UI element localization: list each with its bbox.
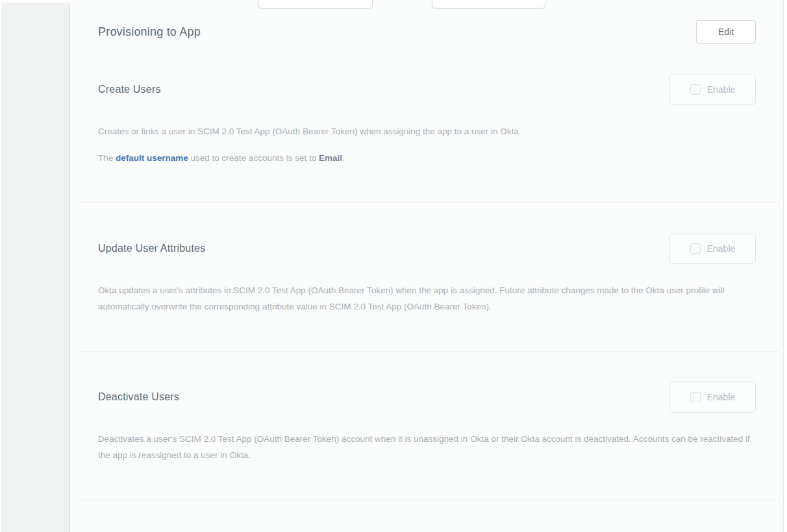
section-divider xyxy=(80,351,779,352)
content-area: Provisioning to App Edit Create Users En… xyxy=(70,19,783,500)
deactivate-users-heading: Deactivate Users xyxy=(98,391,179,403)
username-line-suffix: . xyxy=(342,153,345,163)
username-line-middle: used to create accounts is set to xyxy=(188,153,319,163)
deactivate-users-description: Deactivates a user's SCIM 2.0 Test App (… xyxy=(98,431,756,463)
create-users-enable-label: Enable xyxy=(707,84,736,95)
section-divider xyxy=(80,202,779,203)
deactivate-users-enable-button[interactable]: Enable xyxy=(669,381,756,413)
edit-button[interactable]: Edit xyxy=(696,20,756,43)
username-line-prefix: The xyxy=(98,153,116,163)
create-users-username-line: The default username used to create acco… xyxy=(98,150,756,166)
deactivate-users-enable-checkbox[interactable] xyxy=(690,392,701,402)
cut-off-button-left[interactable] xyxy=(258,0,373,8)
username-value: Email xyxy=(319,153,342,163)
cut-off-button-right[interactable] xyxy=(432,0,545,8)
section-deactivate-users-row: Deactivate Users Enable xyxy=(98,381,756,413)
update-attributes-enable-checkbox[interactable] xyxy=(690,243,701,254)
page-title: Provisioning to App xyxy=(98,25,201,39)
create-users-heading: Create Users xyxy=(98,84,161,95)
create-users-enable-checkbox[interactable] xyxy=(690,84,701,95)
main-panel: Provisioning to App Edit Create Users En… xyxy=(70,0,784,532)
section-create-users-row: Create Users Enable xyxy=(98,74,756,105)
left-sidebar xyxy=(1,3,70,532)
update-attributes-heading: Update User Attributes xyxy=(98,243,205,254)
update-attributes-description: Okta updates a user's attributes in SCIM… xyxy=(98,282,756,315)
deactivate-users-enable-label: Enable xyxy=(707,392,736,402)
page-header: Provisioning to App Edit xyxy=(98,19,756,44)
update-attributes-enable-label: Enable xyxy=(707,243,736,254)
provisioning-page: Provisioning to App Edit Create Users En… xyxy=(0,0,787,532)
section-divider xyxy=(80,500,779,500)
section-update-attributes-row: Update User Attributes Enable xyxy=(98,233,756,264)
create-users-description: Creates or links a user in SCIM 2.0 Test… xyxy=(98,123,756,139)
update-attributes-enable-button[interactable]: Enable xyxy=(669,233,756,264)
create-users-enable-button[interactable]: Enable xyxy=(669,74,756,105)
default-username-link[interactable]: default username xyxy=(116,153,188,163)
